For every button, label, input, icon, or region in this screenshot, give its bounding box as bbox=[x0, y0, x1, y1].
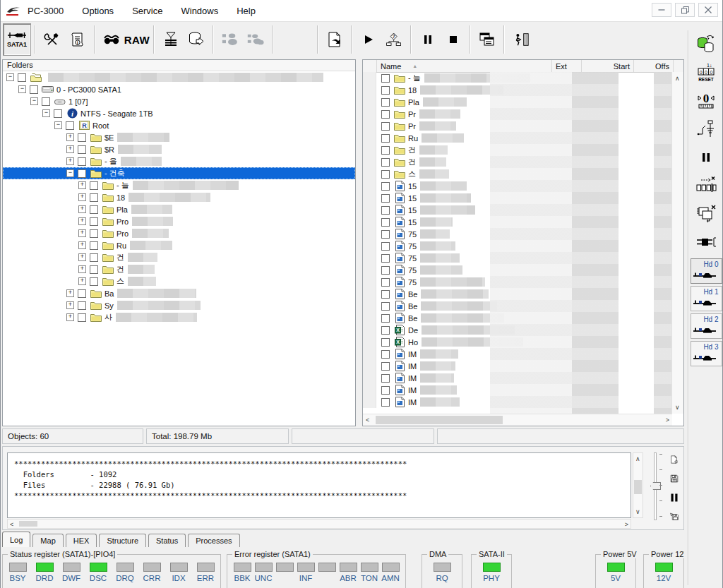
tree-checkbox[interactable] bbox=[78, 169, 86, 178]
expand-icon[interactable]: + bbox=[78, 265, 86, 273]
collapse-icon[interactable]: − bbox=[30, 97, 38, 105]
scroll-up-icon[interactable]: ∧ bbox=[635, 455, 640, 462]
row-checkbox[interactable] bbox=[381, 194, 390, 203]
log-vertical-scrollbar[interactable]: ∧ ∨ bbox=[633, 452, 643, 518]
close-button[interactable] bbox=[698, 3, 718, 17]
tree-item-ru[interactable]: +Ru bbox=[3, 239, 355, 251]
scroll-up-icon[interactable]: ∧ bbox=[675, 75, 680, 82]
row-checkbox[interactable] bbox=[381, 314, 390, 323]
tree-checkbox[interactable] bbox=[78, 313, 86, 322]
log-detail-slider[interactable] bbox=[648, 452, 662, 520]
tree-checkbox[interactable] bbox=[90, 253, 98, 262]
tree-item[interactable]: +- 늘 bbox=[3, 179, 355, 191]
collapse-icon[interactable]: − bbox=[54, 121, 62, 129]
row-checkbox[interactable] bbox=[381, 170, 390, 179]
reset-button[interactable]: 1↓000RESET bbox=[691, 59, 721, 87]
pause-task-button[interactable] bbox=[415, 25, 441, 54]
column-header-item-ext[interactable]: Ext bbox=[552, 60, 582, 72]
minimize-button[interactable] bbox=[652, 3, 671, 17]
tree-checkbox[interactable] bbox=[90, 277, 98, 286]
row-checkbox[interactable] bbox=[381, 158, 390, 167]
save-log-as-button[interactable] bbox=[666, 509, 683, 524]
expand-icon[interactable]: + bbox=[66, 313, 74, 321]
expand-icon[interactable]: + bbox=[78, 253, 86, 261]
scroll-thumb[interactable] bbox=[19, 521, 37, 527]
row-checkbox[interactable] bbox=[381, 86, 390, 95]
expand-icon[interactable]: + bbox=[66, 289, 74, 297]
exit-button[interactable] bbox=[508, 25, 534, 54]
tab-item-map[interactable]: Map bbox=[32, 534, 63, 547]
tree-checkbox[interactable] bbox=[54, 109, 62, 118]
file-list-vertical-scrollbar[interactable]: ∧ ∨ bbox=[671, 72, 683, 414]
tree-item-$r[interactable]: +$R bbox=[3, 143, 355, 155]
expand-icon[interactable]: + bbox=[78, 241, 86, 249]
row-checkbox[interactable] bbox=[381, 74, 390, 83]
row-checkbox[interactable] bbox=[381, 146, 390, 155]
menu-item-pc-3000[interactable]: PC-3000 bbox=[28, 6, 64, 16]
drive-report-button[interactable]: i bbox=[65, 25, 90, 54]
expand-icon[interactable]: + bbox=[78, 229, 86, 237]
tree-item-1-07[interactable]: −1 [07] bbox=[3, 95, 355, 107]
tab-item-hex[interactable]: HEX bbox=[66, 534, 97, 547]
row-checkbox[interactable] bbox=[381, 218, 390, 227]
row-checkbox[interactable] bbox=[381, 230, 390, 239]
tree-node[interactable]: − bbox=[3, 71, 355, 83]
expand-icon[interactable]: + bbox=[78, 181, 86, 189]
row-checkbox[interactable] bbox=[381, 134, 390, 143]
expand-icon[interactable]: + bbox=[66, 157, 74, 165]
tree-checkbox[interactable] bbox=[90, 265, 98, 274]
column-header-item-start[interactable]: Start bbox=[582, 60, 634, 72]
start-task-button[interactable] bbox=[356, 25, 381, 54]
pause-rt-button[interactable] bbox=[697, 143, 715, 172]
tree-checkbox[interactable] bbox=[78, 289, 86, 298]
scroll-down-icon[interactable]: ∨ bbox=[675, 404, 680, 411]
tree-item[interactable]: +사 bbox=[3, 311, 355, 323]
row-checkbox[interactable] bbox=[381, 362, 390, 371]
expand-icon[interactable]: + bbox=[66, 133, 74, 141]
tab-item-log[interactable]: Log bbox=[2, 532, 30, 547]
tree-item-root[interactable]: −RRoot bbox=[3, 119, 355, 131]
expand-icon[interactable]: + bbox=[66, 301, 74, 309]
raw-recovery-button[interactable]: RAW bbox=[124, 25, 150, 54]
scroll-left-icon[interactable]: < bbox=[366, 416, 369, 424]
write-sector-button[interactable] bbox=[692, 115, 720, 143]
build-map-alt-button[interactable] bbox=[243, 25, 268, 54]
collapse-icon[interactable]: − bbox=[18, 85, 26, 93]
row-checkbox[interactable] bbox=[381, 98, 390, 107]
save-log-button[interactable] bbox=[666, 471, 683, 486]
sata1-port-button[interactable]: SATA1 bbox=[3, 23, 31, 56]
tab-item-status[interactable]: Status bbox=[148, 534, 186, 547]
tree-item-18[interactable]: +18 bbox=[3, 191, 355, 203]
expand-icon[interactable]: + bbox=[66, 145, 74, 153]
tree-item-$e[interactable]: +$E bbox=[3, 131, 355, 143]
collapse-icon[interactable]: − bbox=[42, 109, 50, 117]
row-checkbox[interactable] bbox=[381, 326, 390, 335]
tree-checkbox[interactable] bbox=[90, 229, 98, 238]
tree-checkbox[interactable] bbox=[18, 73, 26, 82]
tree-item-0-pc3000-sata1[interactable]: −0 - PC3000 SATA1 bbox=[3, 83, 355, 95]
search-button[interactable] bbox=[99, 25, 124, 54]
recalibrate-button[interactable]: 0 bbox=[691, 87, 721, 115]
tree-checkbox[interactable] bbox=[42, 97, 50, 106]
expand-icon[interactable]: + bbox=[78, 193, 86, 201]
slider-thumb[interactable] bbox=[650, 482, 661, 490]
menu-item-windows[interactable]: Windows bbox=[181, 6, 218, 16]
row-checkbox[interactable] bbox=[381, 242, 390, 251]
row-checkbox[interactable] bbox=[381, 386, 390, 395]
tree-item[interactable]: +건 bbox=[3, 251, 355, 263]
clear-log-button[interactable] bbox=[666, 452, 683, 467]
tree-item[interactable]: +스 bbox=[3, 275, 355, 287]
sector-counter-button[interactable] bbox=[691, 172, 721, 200]
head-select-item-hd-2[interactable]: Hd 2 bbox=[691, 313, 722, 339]
scroll-left-icon[interactable]: < bbox=[10, 521, 13, 528]
tab-item-structure[interactable]: Structure bbox=[99, 534, 146, 547]
collapse-icon[interactable]: − bbox=[66, 169, 74, 177]
scroll-thumb[interactable] bbox=[376, 416, 503, 424]
tree-item[interactable]: +- 을 bbox=[3, 155, 355, 167]
tree-checkbox[interactable] bbox=[78, 145, 86, 154]
row-checkbox[interactable] bbox=[381, 302, 390, 311]
log-horizontal-scrollbar[interactable]: < > bbox=[7, 519, 631, 529]
row-checkbox[interactable] bbox=[381, 266, 390, 275]
tree-item-sy[interactable]: +Sy bbox=[3, 299, 355, 311]
file-list-horizontal-scrollbar[interactable]: < > bbox=[363, 414, 672, 426]
